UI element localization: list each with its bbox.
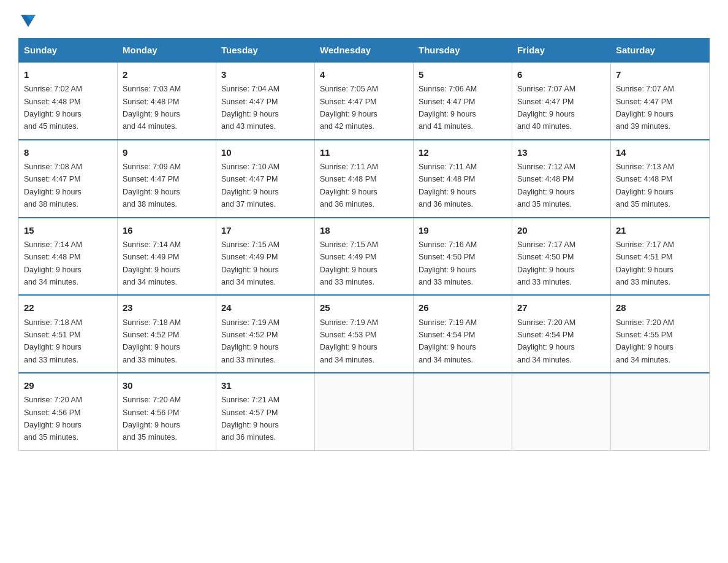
day-info: Sunrise: 7:18 AMSunset: 4:52 PMDaylight:… [123,318,181,364]
calendar-cell: 24 Sunrise: 7:19 AMSunset: 4:52 PMDaylig… [216,295,315,373]
calendar-cell: 15 Sunrise: 7:14 AMSunset: 4:48 PMDaylig… [19,218,118,296]
day-number: 15 [24,223,112,237]
calendar-cell: 12 Sunrise: 7:11 AMSunset: 4:48 PMDaylig… [414,140,512,218]
calendar-week-row: 1 Sunrise: 7:02 AMSunset: 4:48 PMDayligh… [19,62,710,140]
day-number: 17 [221,223,309,237]
day-info: Sunrise: 7:14 AMSunset: 4:49 PMDaylight:… [123,240,181,286]
day-info: Sunrise: 7:04 AMSunset: 4:47 PMDaylight:… [221,85,279,131]
calendar-table: SundayMondayTuesdayWednesdayThursdayFrid… [18,38,710,451]
logo-triangle-icon [20,12,37,29]
calendar-cell: 8 Sunrise: 7:08 AMSunset: 4:47 PMDayligh… [19,140,118,218]
header-monday: Monday [118,39,216,63]
day-number: 20 [517,223,605,237]
day-info: Sunrise: 7:03 AMSunset: 4:48 PMDaylight:… [123,85,181,131]
day-info: Sunrise: 7:09 AMSunset: 4:47 PMDaylight:… [123,163,181,209]
calendar-cell: 16 Sunrise: 7:14 AMSunset: 4:49 PMDaylig… [118,218,216,296]
calendar-cell: 7 Sunrise: 7:07 AMSunset: 4:47 PMDayligh… [611,62,710,140]
day-number: 18 [320,223,408,237]
day-info: Sunrise: 7:11 AMSunset: 4:48 PMDaylight:… [419,163,477,209]
day-number: 6 [517,67,605,82]
day-info: Sunrise: 7:07 AMSunset: 4:47 PMDaylight:… [616,85,674,131]
calendar-week-row: 15 Sunrise: 7:14 AMSunset: 4:48 PMDaylig… [19,218,710,296]
header-tuesday: Tuesday [216,39,315,63]
day-number: 8 [24,145,112,159]
day-number: 19 [419,223,507,237]
calendar-cell: 22 Sunrise: 7:18 AMSunset: 4:51 PMDaylig… [19,295,118,373]
calendar-week-row: 29 Sunrise: 7:20 AMSunset: 4:56 PMDaylig… [19,373,710,450]
calendar-cell: 23 Sunrise: 7:18 AMSunset: 4:52 PMDaylig… [118,295,216,373]
calendar-cell: 29 Sunrise: 7:20 AMSunset: 4:56 PMDaylig… [19,373,118,450]
header-wednesday: Wednesday [315,39,414,63]
day-info: Sunrise: 7:02 AMSunset: 4:48 PMDaylight:… [24,85,82,131]
header-thursday: Thursday [414,39,512,63]
day-info: Sunrise: 7:13 AMSunset: 4:48 PMDaylight:… [616,163,674,209]
header-sunday: Sunday [19,39,118,63]
day-info: Sunrise: 7:11 AMSunset: 4:48 PMDaylight:… [320,163,378,209]
day-number: 14 [616,145,704,159]
calendar-cell [611,373,710,450]
logo [18,12,37,27]
day-number: 4 [320,67,408,82]
calendar-cell: 26 Sunrise: 7:19 AMSunset: 4:54 PMDaylig… [414,295,512,373]
day-info: Sunrise: 7:15 AMSunset: 4:49 PMDaylight:… [320,240,378,286]
day-info: Sunrise: 7:10 AMSunset: 4:47 PMDaylight:… [221,163,279,209]
calendar-header-row: SundayMondayTuesdayWednesdayThursdayFrid… [19,39,710,63]
day-number: 2 [123,67,211,82]
calendar-cell: 20 Sunrise: 7:17 AMSunset: 4:50 PMDaylig… [512,218,611,296]
day-number: 25 [320,301,408,315]
page-header [18,12,710,27]
day-number: 12 [419,145,507,159]
calendar-cell: 31 Sunrise: 7:21 AMSunset: 4:57 PMDaylig… [216,373,315,450]
day-number: 16 [123,223,211,237]
day-number: 29 [24,378,112,393]
calendar-week-row: 22 Sunrise: 7:18 AMSunset: 4:51 PMDaylig… [19,295,710,373]
day-info: Sunrise: 7:20 AMSunset: 4:56 PMDaylight:… [24,396,82,442]
calendar-cell: 13 Sunrise: 7:12 AMSunset: 4:48 PMDaylig… [512,140,611,218]
day-info: Sunrise: 7:20 AMSunset: 4:56 PMDaylight:… [123,396,181,442]
calendar-cell: 1 Sunrise: 7:02 AMSunset: 4:48 PMDayligh… [19,62,118,140]
calendar-week-row: 8 Sunrise: 7:08 AMSunset: 4:47 PMDayligh… [19,140,710,218]
day-number: 30 [123,378,211,393]
calendar-cell: 21 Sunrise: 7:17 AMSunset: 4:51 PMDaylig… [611,218,710,296]
day-number: 7 [616,67,704,82]
day-number: 10 [221,145,309,159]
calendar-cell: 25 Sunrise: 7:19 AMSunset: 4:53 PMDaylig… [315,295,414,373]
calendar-cell: 14 Sunrise: 7:13 AMSunset: 4:48 PMDaylig… [611,140,710,218]
day-number: 27 [517,301,605,315]
day-number: 3 [221,67,309,82]
day-number: 11 [320,145,408,159]
day-info: Sunrise: 7:07 AMSunset: 4:47 PMDaylight:… [517,85,575,131]
day-info: Sunrise: 7:21 AMSunset: 4:57 PMDaylight:… [221,396,279,442]
day-info: Sunrise: 7:19 AMSunset: 4:52 PMDaylight:… [221,318,279,364]
day-number: 1 [24,67,112,82]
day-info: Sunrise: 7:14 AMSunset: 4:48 PMDaylight:… [24,240,82,286]
calendar-cell: 6 Sunrise: 7:07 AMSunset: 4:47 PMDayligh… [512,62,611,140]
day-number: 26 [419,301,507,315]
calendar-cell: 5 Sunrise: 7:06 AMSunset: 4:47 PMDayligh… [414,62,512,140]
day-info: Sunrise: 7:17 AMSunset: 4:51 PMDaylight:… [616,240,674,286]
day-number: 24 [221,301,309,315]
calendar-cell: 4 Sunrise: 7:05 AMSunset: 4:47 PMDayligh… [315,62,414,140]
calendar-cell [512,373,611,450]
day-number: 31 [221,378,309,393]
day-info: Sunrise: 7:20 AMSunset: 4:55 PMDaylight:… [616,318,674,364]
calendar-cell: 10 Sunrise: 7:10 AMSunset: 4:47 PMDaylig… [216,140,315,218]
calendar-cell: 19 Sunrise: 7:16 AMSunset: 4:50 PMDaylig… [414,218,512,296]
day-number: 23 [123,301,211,315]
calendar-cell [414,373,512,450]
day-info: Sunrise: 7:19 AMSunset: 4:54 PMDaylight:… [419,318,477,364]
day-info: Sunrise: 7:12 AMSunset: 4:48 PMDaylight:… [517,163,575,209]
day-info: Sunrise: 7:15 AMSunset: 4:49 PMDaylight:… [221,240,279,286]
calendar-cell: 18 Sunrise: 7:15 AMSunset: 4:49 PMDaylig… [315,218,414,296]
calendar-cell: 30 Sunrise: 7:20 AMSunset: 4:56 PMDaylig… [118,373,216,450]
calendar-cell: 27 Sunrise: 7:20 AMSunset: 4:54 PMDaylig… [512,295,611,373]
day-info: Sunrise: 7:20 AMSunset: 4:54 PMDaylight:… [517,318,575,364]
calendar-cell: 17 Sunrise: 7:15 AMSunset: 4:49 PMDaylig… [216,218,315,296]
day-number: 13 [517,145,605,159]
calendar-cell [315,373,414,450]
calendar-cell: 3 Sunrise: 7:04 AMSunset: 4:47 PMDayligh… [216,62,315,140]
day-number: 9 [123,145,211,159]
day-number: 28 [616,301,704,315]
day-info: Sunrise: 7:05 AMSunset: 4:47 PMDaylight:… [320,85,378,131]
header-saturday: Saturday [611,39,710,63]
